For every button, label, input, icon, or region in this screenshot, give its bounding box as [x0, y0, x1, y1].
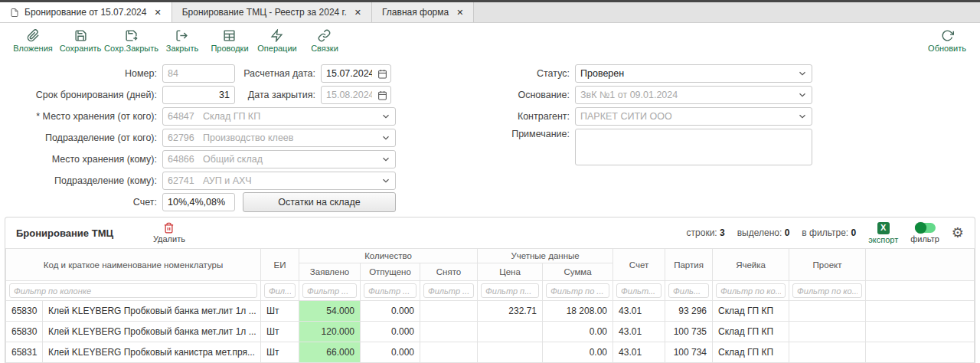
contractor-select[interactable]: ПАРКЕТ СИТИ ООО [575, 107, 812, 126]
column-header-project[interactable]: Проект [789, 249, 866, 281]
table-row[interactable]: 65830 Клей KLEYBERG Пробковый банка мет.… [6, 301, 975, 322]
filter-input-price[interactable] [481, 283, 539, 298]
chevron-down-icon[interactable] [381, 111, 391, 122]
column-header-batch[interactable]: Партия [665, 249, 713, 281]
cell-account[interactable]: 43.01 [613, 342, 665, 363]
cell-price[interactable] [478, 322, 543, 342]
filter-input-batch[interactable] [668, 283, 709, 298]
cell-requested[interactable]: 120.000 [299, 322, 361, 342]
cell-cell[interactable]: Склад ГП КП [713, 342, 789, 363]
column-header-item[interactable]: Код и краткое наименование номенклатуры [6, 249, 261, 281]
cell-requested[interactable]: 66.000 [299, 342, 361, 363]
cell-price[interactable] [478, 342, 543, 363]
export-excel-button[interactable]: X экспорт [868, 222, 898, 244]
close-document-button[interactable]: Закрыть [158, 24, 206, 57]
tab-main-form[interactable]: Главная форма ✕ [372, 2, 474, 22]
account-input[interactable] [162, 193, 235, 211]
cell-name[interactable]: Клей KLEYBERG Пробковый банка мет.лит 1л… [43, 322, 261, 342]
calc-date-input[interactable] [322, 68, 372, 79]
chevron-down-icon[interactable] [381, 154, 391, 165]
basis-select[interactable]: ЗвК №1 от 09.01.2024 [575, 86, 812, 104]
cell-removed[interactable] [420, 322, 478, 342]
delete-row-button[interactable]: Удалить [153, 222, 185, 244]
table-row[interactable]: 65830 Клей KLEYBERG Пробковый банка мет.… [6, 322, 975, 342]
cell-amount[interactable]: 0.00 [543, 322, 613, 342]
stock-balance-button[interactable]: Остатки на складе [243, 192, 396, 212]
close-icon[interactable]: ✕ [456, 8, 463, 18]
close-date-input[interactable] [322, 90, 372, 100]
filter-input-amount[interactable] [546, 283, 609, 298]
attachments-button[interactable]: Вложения [9, 24, 57, 57]
cell-code[interactable]: 65830 [6, 322, 43, 342]
department-to-combobox[interactable]: 62741 АУП и АХЧ [162, 172, 396, 190]
cell-released[interactable]: 0.000 [361, 342, 420, 363]
filter-input-requested[interactable] [302, 283, 357, 298]
filter-input-unit[interactable] [264, 283, 296, 298]
department-from-combobox[interactable]: 62796 Производство клеев [162, 129, 396, 147]
save-close-button[interactable]: Сохр.Закрыть [104, 24, 158, 57]
filter-input-released[interactable] [364, 283, 416, 298]
cell-released[interactable]: 0.000 [361, 322, 420, 342]
cell-project[interactable] [789, 342, 866, 363]
cell-amount[interactable]: 18 208.00 [543, 301, 613, 322]
cell-unit[interactable]: Шт [261, 342, 299, 363]
cell-batch[interactable]: 100 734 [665, 342, 713, 363]
close-icon[interactable]: ✕ [154, 8, 161, 18]
filter-input-item[interactable] [9, 283, 257, 298]
column-header-cell[interactable]: Ячейка [713, 249, 789, 281]
storage-to-combobox[interactable]: 64866 Общий склад [162, 150, 396, 168]
chevron-down-icon[interactable] [797, 68, 808, 79]
cell-amount[interactable]: 0.00 [543, 342, 613, 363]
cell-batch[interactable]: 93 296 [665, 301, 713, 322]
column-header-removed[interactable]: Снято [420, 263, 478, 281]
filter-input-cell[interactable] [716, 283, 786, 298]
cell-account[interactable]: 43.01 [613, 322, 665, 342]
chevron-down-icon[interactable] [381, 132, 391, 143]
cell-cell[interactable]: Склад ГП КП [713, 301, 789, 322]
reserve-days-input[interactable] [162, 86, 235, 104]
save-button[interactable]: Сохранить [57, 24, 104, 57]
table-row[interactable]: 65831 Клей KLEYBERG Пробковый канистра м… [6, 342, 975, 363]
operations-button[interactable]: Операции [253, 24, 301, 57]
gear-icon[interactable]: ⚙ [952, 226, 964, 240]
cell-unit[interactable]: Шт [261, 301, 299, 322]
chevron-down-icon[interactable] [797, 111, 808, 122]
cell-name[interactable]: Клей KLEYBERG Пробковый канистра мет.пря… [43, 342, 261, 363]
note-textarea[interactable] [575, 129, 812, 165]
tab-tmc-register[interactable]: Бронирование ТМЦ - Реестр за 2024 г. ✕ [172, 2, 372, 22]
cell-project[interactable] [789, 301, 866, 322]
filter-input-project[interactable] [792, 283, 862, 298]
cell-unit[interactable]: Шт [261, 322, 299, 342]
storage-from-combobox[interactable]: 64847 Склад ГП КП [162, 107, 396, 126]
cell-name[interactable]: Клей KLEYBERG Пробковый банка мет.лит 1л… [43, 301, 261, 322]
cell-released[interactable]: 0.000 [361, 301, 420, 322]
cell-project[interactable] [789, 322, 866, 342]
filter-input-account[interactable] [616, 283, 662, 298]
column-header-requested[interactable]: Заявлено [299, 263, 361, 281]
column-header-released[interactable]: Отпущено [361, 263, 420, 281]
column-header-price[interactable]: Цена [478, 263, 543, 281]
cell-cell[interactable]: Склад ГП КП [713, 322, 789, 342]
calendar-icon[interactable] [377, 90, 387, 100]
chevron-down-icon[interactable] [381, 175, 391, 186]
cell-code[interactable]: 65830 [6, 301, 43, 322]
column-header-unit[interactable]: ЕИ [261, 249, 299, 281]
chevron-down-icon[interactable] [797, 90, 808, 100]
cell-removed[interactable] [420, 301, 478, 322]
close-icon[interactable]: ✕ [354, 8, 361, 18]
filter-input-removed[interactable] [423, 283, 474, 298]
number-input[interactable] [162, 64, 235, 83]
cell-account[interactable]: 43.01 [613, 301, 665, 322]
toggle-switch-icon[interactable] [915, 223, 936, 233]
cell-batch[interactable]: 100 735 [665, 322, 713, 342]
status-select[interactable]: Проверен [575, 64, 812, 83]
calendar-icon[interactable] [377, 69, 387, 79]
cell-requested[interactable]: 54.000 [299, 301, 361, 322]
cell-price[interactable]: 232.71 [478, 301, 543, 322]
refresh-button[interactable]: Обновить [923, 24, 971, 57]
filter-toggle[interactable]: фильтр [910, 223, 939, 244]
links-button[interactable]: Связки [301, 24, 348, 57]
cell-removed[interactable] [420, 342, 478, 363]
cell-code[interactable]: 65831 [6, 342, 43, 363]
tab-reservation-document[interactable]: Бронирование от 15.07.2024 ✕ [0, 2, 172, 22]
